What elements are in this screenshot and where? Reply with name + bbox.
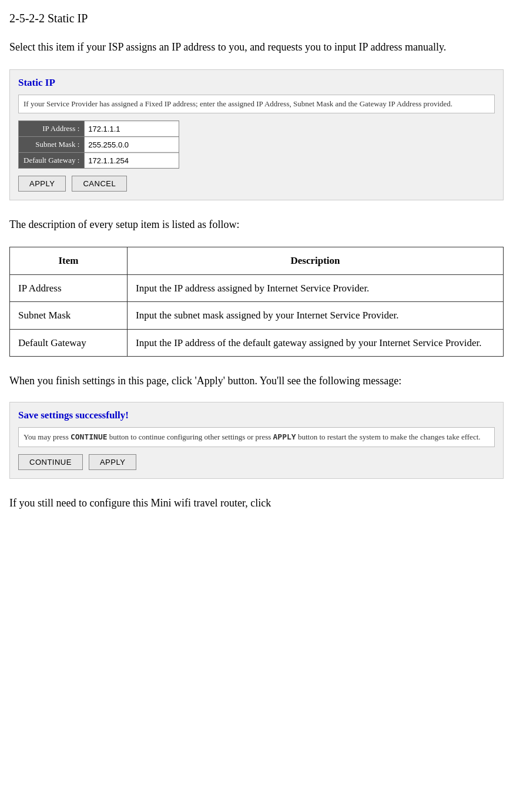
ip-address-cell	[85, 121, 179, 137]
save-settings-title: Save settings successfully!	[18, 410, 495, 421]
ip-address-input[interactable]	[85, 122, 179, 136]
row-ip-address-item: IP Address	[10, 274, 128, 302]
subnet-mask-cell	[85, 137, 179, 153]
row-subnet-mask-item: Subnet Mask	[10, 302, 128, 330]
save-settings-info: You may press CONTINUE button to continu…	[18, 427, 495, 447]
intro-text: Select this item if your ISP assigns an …	[9, 39, 504, 55]
static-ip-info: If your Service Provider has assigned a …	[18, 95, 495, 113]
apply-button[interactable]: APPLY	[18, 176, 66, 192]
default-gateway-cell	[85, 153, 179, 169]
continue-button[interactable]: CONTINUE	[18, 454, 83, 470]
ip-address-label: IP Address :	[19, 121, 85, 137]
row-default-gateway-item: Default Gateway	[10, 329, 128, 357]
page-title: 2-5-2-2 Static IP	[9, 12, 504, 25]
col-item: Item	[10, 247, 128, 275]
continue-highlight: CONTINUE	[71, 432, 108, 441]
static-ip-title: Static IP	[18, 77, 495, 89]
subnet-mask-row: Subnet Mask :	[19, 137, 179, 153]
default-gateway-input[interactable]	[85, 154, 179, 167]
save-settings-box: Save settings successfully! You may pres…	[9, 402, 504, 479]
col-description: Description	[128, 247, 504, 275]
static-ip-box: Static IP If your Service Provider has a…	[9, 69, 504, 200]
ip-address-row: IP Address :	[19, 121, 179, 137]
table-row: Default Gateway Input the IP address of …	[10, 329, 504, 357]
table-row: Subnet Mask Input the subnet mask assign…	[10, 302, 504, 330]
static-ip-buttons: APPLY CANCEL	[18, 176, 495, 192]
row-ip-address-desc: Input the IP address assigned by Interne…	[128, 274, 504, 302]
row-subnet-mask-desc: Input the subnet mask assigned by your I…	[128, 302, 504, 330]
apply-instruction-text: When you finish settings in this page, c…	[9, 373, 504, 389]
save-apply-button[interactable]: APPLY	[89, 454, 136, 470]
apply-highlight: APPLY	[273, 432, 296, 441]
subnet-mask-input[interactable]	[85, 138, 179, 152]
default-gateway-row: Default Gateway :	[19, 153, 179, 169]
description-table: Item Description IP Address Input the IP…	[9, 247, 504, 357]
cancel-button[interactable]: CANCEL	[72, 176, 127, 192]
row-default-gateway-desc: Input the IP address of the default gate…	[128, 329, 504, 357]
desc-intro-text: The description of every setup item is l…	[9, 217, 504, 233]
final-text: If you still need to configure this Mini…	[9, 495, 504, 511]
table-row: IP Address Input the IP address assigned…	[10, 274, 504, 302]
subnet-mask-label: Subnet Mask :	[19, 137, 85, 153]
default-gateway-label: Default Gateway :	[19, 153, 85, 169]
table-header-row: Item Description	[10, 247, 504, 275]
static-ip-form: IP Address : Subnet Mask : Default Gatew…	[18, 120, 179, 169]
save-box-buttons: CONTINUE APPLY	[18, 454, 495, 470]
